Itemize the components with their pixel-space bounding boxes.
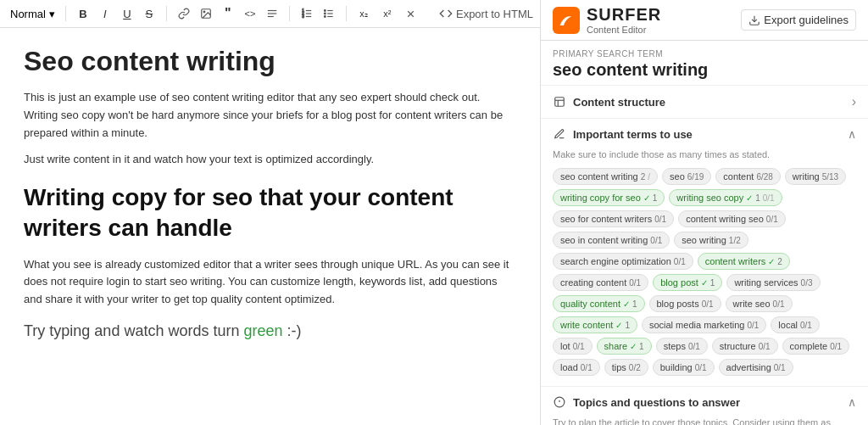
tag-text: search engine optimization: [560, 256, 671, 266]
content-structure-chevron: ›: [852, 94, 856, 109]
tag-count: 1/2: [729, 236, 741, 245]
tag-check-icon: ✓: [623, 299, 630, 309]
important-terms-left: Important terms to use: [553, 127, 693, 141]
tag[interactable]: building 0/1: [653, 359, 715, 376]
unordered-list-button[interactable]: [319, 3, 339, 24]
tag[interactable]: content 6/28: [715, 168, 781, 185]
topics-left: Topics and questions to answer: [553, 395, 740, 409]
left-panel: Normal ▾ B I U S " <> 123: [0, 0, 541, 425]
document-title: Seo content writing: [24, 45, 516, 77]
tag[interactable]: seo for content writers 0/1: [553, 210, 674, 227]
export-guidelines-button[interactable]: Export guidelines: [741, 9, 856, 31]
format-select[interactable]: Normal ▾: [7, 6, 58, 22]
tag[interactable]: seo 6/19: [662, 168, 711, 185]
topics-header[interactable]: Topics and questions to answer ∧: [541, 387, 868, 417]
underline-button[interactable]: U: [117, 3, 137, 24]
tag-count: 1: [639, 342, 644, 351]
tag[interactable]: writing copy for seo ✓ 1: [553, 189, 665, 206]
content-structure-icon: [553, 95, 566, 109]
tag-text: write seo: [733, 299, 771, 309]
format-label: Normal: [10, 8, 46, 20]
tag-text: social media marketing: [649, 320, 745, 330]
tag-count: 2: [641, 172, 646, 182]
superscript-button[interactable]: x²: [377, 3, 398, 24]
tag[interactable]: content writing seo 0/1: [678, 210, 786, 227]
tag[interactable]: load 0/1: [553, 359, 600, 376]
tag[interactable]: social media marketing 0/1: [642, 316, 766, 333]
italic-button[interactable]: I: [95, 3, 115, 24]
tag-count: 1: [755, 193, 760, 203]
tag[interactable]: advertising 0/1: [719, 359, 793, 376]
tag-text: quality content: [560, 299, 620, 309]
clear-format-button[interactable]: [401, 3, 421, 24]
tag-count: 0/1: [759, 342, 771, 351]
tag[interactable]: writing 5/13: [785, 168, 846, 185]
tag[interactable]: tips 0/2: [604, 359, 648, 376]
tag[interactable]: blog post ✓ 1: [653, 274, 722, 291]
ordered-list-button[interactable]: 123: [297, 3, 317, 24]
surfer-logo-icon: [553, 7, 580, 34]
toolbar-sep-2: [166, 6, 167, 21]
tag[interactable]: complete 0/1: [782, 338, 850, 355]
svg-rect-20: [555, 98, 565, 107]
tag-text: content writing seo: [686, 214, 764, 224]
tag-check-icon: ✓: [768, 257, 775, 266]
strikethrough-button[interactable]: S: [139, 3, 159, 24]
green-text: green: [243, 322, 282, 339]
tag-count: 2: [777, 257, 782, 266]
logo-area: SURFER Content Editor: [553, 5, 661, 35]
content-structure-header[interactable]: Content structure ›: [541, 86, 868, 118]
tag-count: 0/1: [695, 363, 707, 372]
tag-text: tips: [612, 362, 626, 372]
tag[interactable]: share ✓ 1: [597, 338, 652, 355]
insert-group: " <>: [174, 3, 282, 24]
tag[interactable]: write content ✓ 1: [553, 316, 637, 333]
document-intro: This is just an example use of seo conte…: [24, 89, 516, 142]
tag[interactable]: blog posts 0/1: [649, 295, 721, 312]
tag[interactable]: lot 0/1: [553, 338, 593, 355]
tag[interactable]: structure 0/1: [712, 338, 778, 355]
image-button[interactable]: [196, 3, 216, 24]
toolbar-sep-3: [289, 6, 290, 21]
bold-button[interactable]: B: [73, 3, 93, 24]
tag[interactable]: seo writing 1/2: [674, 232, 748, 249]
topics-chevron: ∧: [848, 395, 856, 409]
tag[interactable]: writing seo copy ✓ 1 0/1: [669, 189, 782, 206]
tag[interactable]: quality content ✓ 1: [553, 295, 645, 312]
export-html-button[interactable]: Export to HTML: [439, 7, 533, 20]
important-terms-header[interactable]: Important terms to use ∧: [541, 119, 868, 149]
topics-body: Try to plan the article to cover those t…: [541, 417, 868, 425]
svg-point-15: [324, 13, 326, 14]
tag-count: 0/1: [688, 342, 700, 351]
quote-button[interactable]: ": [218, 3, 238, 24]
important-terms-label: Important terms to use: [573, 128, 693, 141]
tags-container: seo content writing 2 /seo 6/19content 6…: [553, 168, 856, 376]
tag[interactable]: local 0/1: [771, 316, 820, 333]
tag-count: 0/1: [629, 278, 641, 288]
link-button[interactable]: [174, 3, 194, 24]
tag[interactable]: creating content 0/1: [553, 274, 648, 291]
tag[interactable]: content writers ✓ 2: [698, 253, 790, 270]
tag-check-icon: ✓: [615, 321, 622, 330]
tag-count: 0/1: [654, 215, 666, 224]
tag-count: 0/3: [801, 278, 813, 288]
tag-text: seo content writing: [560, 171, 638, 182]
tag-text: writing seo copy: [676, 193, 743, 203]
tag[interactable]: writing services 0/3: [726, 274, 820, 291]
subscript-button[interactable]: x₂: [353, 3, 374, 24]
tag-count: 0/2: [629, 363, 641, 372]
topics-icon: [553, 395, 566, 409]
toolbar: Normal ▾ B I U S " <> 123: [0, 0, 540, 28]
tag-count: 0/1: [774, 363, 786, 372]
tag[interactable]: search engine optimization 0/1: [553, 253, 693, 270]
code-button[interactable]: <>: [240, 3, 260, 24]
tag[interactable]: steps 0/1: [656, 338, 708, 355]
align-button[interactable]: [262, 3, 282, 24]
tag[interactable]: seo in content writing 0/1: [553, 232, 670, 249]
editor-area[interactable]: Seo content writing This is just an exam…: [0, 28, 540, 425]
tag[interactable]: write seo 0/1: [726, 295, 793, 312]
tag-count: 0/1: [674, 257, 686, 266]
primary-search-label: PRIMARY SEARCH TERM: [553, 49, 856, 59]
surfer-logo-text: SURFER: [587, 5, 661, 25]
tag[interactable]: seo content writing 2 /: [553, 168, 658, 185]
